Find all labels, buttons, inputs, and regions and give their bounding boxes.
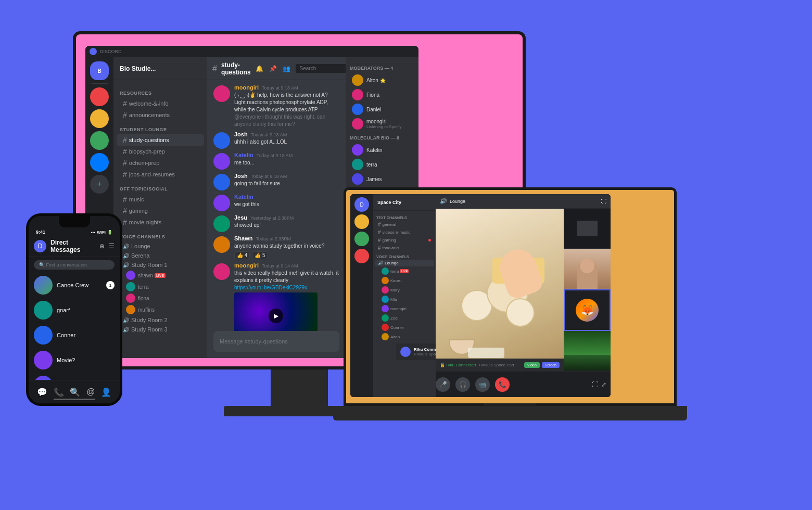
end-call-button[interactable]: 📞 — [495, 377, 510, 392]
expand-icon[interactable]: ⛶ — [601, 198, 606, 204]
chat-header: # study-questions 🔔 📌 👥 Search 📥 ❓ — [207, 57, 346, 80]
member-katelin[interactable]: Katelin — [348, 143, 416, 157]
pin-icon[interactable]: 📌 — [269, 64, 278, 73]
mute-button[interactable]: 🎤 — [436, 377, 450, 392]
channel-ochem[interactable]: # ochem-prep — [117, 157, 204, 169]
member-name: terra — [366, 162, 377, 168]
channel-biopsych[interactable]: # biopsych-prep — [117, 146, 204, 157]
chat-search-bar[interactable]: Search — [296, 64, 346, 73]
laptop-voice-main: 🔊 Lounge ⛶ — [436, 194, 611, 397]
laptop-server-icon-2[interactable] — [354, 232, 369, 246]
member-daniel[interactable]: Daniel — [348, 102, 416, 117]
msg-text: uhhh i also got A...LOL — [234, 138, 339, 146]
dm-conner[interactable]: Conner — [29, 323, 120, 348]
dm-movie[interactable]: Movie? — [29, 348, 120, 373]
avatar-fiona — [126, 294, 135, 303]
voice-user-muffins: muffins — [113, 304, 207, 315]
channel-announcements[interactable]: # announcements — [117, 109, 204, 121]
search-nav-icon[interactable]: 🔍 — [70, 387, 80, 397]
server-divider — [91, 83, 108, 84]
voice-serena[interactable]: 🔊 Serena — [117, 251, 204, 260]
voice-study-room-2[interactable]: 🔊 Study Room 2 — [117, 315, 204, 325]
channel-welcome[interactable]: # welcome-&-info — [117, 98, 204, 109]
reaction-1[interactable]: 👍 4 — [234, 251, 250, 259]
laptop-server-sidebar: D — [350, 194, 373, 397]
fullscreen-button[interactable]: ⤢ — [601, 381, 606, 388]
chat-input[interactable]: Message #study-questions — [213, 331, 339, 352]
lcs-gaming[interactable]: # gaming — [375, 236, 434, 244]
video-link[interactable]: https://youtu.be/GBDekiC2929x — [234, 285, 307, 290]
battery-icon: 🔋 — [107, 230, 112, 235]
channel-jobs[interactable]: # jobs-and-resumes — [117, 169, 204, 180]
member-name: Katelin — [366, 147, 383, 153]
phone-search-bar[interactable]: 🔍 Find a conversation — [34, 260, 115, 270]
lcs-general[interactable]: # general — [375, 221, 434, 228]
message-jesu: Jesu Yesterday at 2:38PM showed up! — [213, 214, 339, 232]
laptop-avatar-conner — [382, 324, 389, 331]
avatar-moongirl-2 — [213, 263, 230, 280]
side-thumb-4 — [564, 331, 611, 371]
server-icon-4[interactable] — [90, 153, 109, 172]
member-moongirl[interactable]: moongirl Listening to Spotify — [348, 117, 416, 131]
member-terra[interactable]: terra — [348, 157, 416, 172]
laptop-server-icon-3[interactable] — [354, 249, 369, 263]
video-embed[interactable]: ▶ — [234, 292, 318, 331]
screen-share-button[interactable]: ⛶ — [592, 381, 598, 388]
laptop-server-icon-1[interactable] — [354, 214, 369, 229]
server-name[interactable]: Bio Studie... — [113, 57, 207, 80]
connected-server: Rinku's Space Pad — [479, 363, 514, 367]
dm-canoe-crew[interactable]: Canoe Crew 1 — [29, 273, 120, 298]
msg-text-sub2: @everyone i thought this was right. can … — [234, 113, 339, 128]
laptop-screen: D Space City TEXT CHANNELS # general # v… — [346, 190, 674, 403]
phone-nav-icon[interactable]: 📞 — [54, 387, 64, 397]
voice-channels-category: VOICE CHANNELS — [113, 228, 207, 241]
screen-share-btn[interactable]: Screen — [542, 362, 560, 368]
server-icon-1[interactable] — [90, 87, 109, 106]
server-icon-bio[interactable]: B — [90, 61, 109, 80]
lcs-voice-terra: terra LIVE — [373, 266, 436, 276]
add-server-button[interactable]: + — [90, 175, 109, 194]
menu-icon[interactable]: ☰ — [109, 243, 115, 250]
channel-movie-nights[interactable]: # movie-nights — [117, 216, 204, 228]
new-dm-icon[interactable]: ⊕ — [99, 243, 105, 250]
reaction-2[interactable]: 👍 5 — [252, 251, 268, 259]
video-share-button[interactable]: Video — [524, 362, 540, 368]
channel-hash-icon: # — [212, 64, 217, 73]
member-fiona[interactable]: Fiona — [348, 87, 416, 102]
lcs-videos[interactable]: # videos-n-music — [375, 228, 434, 236]
voice-study-room-3[interactable]: 🔊 Study Room 3 — [117, 325, 204, 334]
play-button-icon[interactable]: ▶ — [269, 309, 283, 323]
lcs-food[interactable]: # food-fails — [375, 244, 434, 252]
video-button[interactable]: 📹 — [475, 377, 490, 392]
notification-icon[interactable]: 🔔 — [255, 64, 264, 73]
channel-music[interactable]: # music — [117, 194, 204, 205]
mentions-nav-icon[interactable]: @ — [86, 387, 95, 397]
msg-text: (¬ ‿¬)✌ help, how is the answer not A? — [234, 92, 339, 99]
side-thumb-1 — [564, 209, 611, 249]
lcs-lounge[interactable]: 🔊 Lounge — [375, 260, 434, 266]
message-content: Katelin Today at 9:18 AM me too... — [234, 152, 339, 170]
voice-study-room-1[interactable]: 🔊 Study Room 1 — [117, 260, 204, 270]
unread-badge: 1 — [106, 281, 115, 289]
dm-name: Movie? — [57, 357, 75, 363]
msg-username: Jesu — [234, 214, 247, 221]
message-katelin-2: Katelin we got this — [213, 194, 339, 211]
msg-username: Josh — [234, 131, 248, 137]
dm-gnarf[interactable]: gnarf — [29, 298, 120, 323]
profile-nav-icon[interactable]: 👤 — [101, 387, 111, 397]
live-badge: LIVE — [400, 269, 409, 273]
laptop-server-name[interactable]: Space City — [373, 194, 436, 211]
server-icon-2[interactable] — [90, 109, 109, 128]
live-badge: LIVE — [155, 273, 166, 278]
server-icon-3[interactable] — [90, 131, 109, 150]
channel-gaming[interactable]: # gaming — [117, 205, 204, 216]
laptop-channel-list: TEXT CHANNELS # general # videos-n-music… — [373, 211, 436, 343]
channel-study-questions[interactable]: # study-questions — [117, 134, 204, 146]
home-nav-icon[interactable]: 💬 — [37, 387, 47, 397]
members-icon[interactable]: 👥 — [282, 64, 291, 73]
laptop: D Space City TEXT CHANNELS # general # v… — [333, 187, 687, 479]
member-james[interactable]: James — [348, 172, 416, 186]
voice-lounge[interactable]: 🔊 Lounge — [117, 241, 204, 251]
deafen-button[interactable]: 🎧 — [455, 377, 470, 392]
member-alton[interactable]: Alton ⭐ — [348, 73, 416, 87]
